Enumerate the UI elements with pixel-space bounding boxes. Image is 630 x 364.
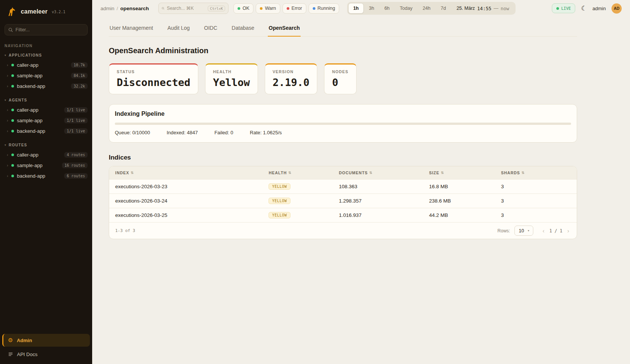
page-indicator: 1 / 1 [549,228,562,233]
pipeline-stats: Queue: 0/10000 Indexed: 4847 Failed: 0 R… [115,130,571,135]
stat-value: 2.19.0 [273,77,310,88]
sidebar-item-agent-caller[interactable]: › caller-app 1/1 live [0,104,92,115]
dark-mode-toggle[interactable]: ☾ [581,5,587,12]
breadcrumb-page[interactable]: opensearch [120,6,149,11]
caret-down-icon: ▾ [5,98,6,102]
pipeline-failed: Failed: 0 [215,130,233,135]
filter-error[interactable]: Error [283,3,306,14]
rows-per-page-label: Rows: [497,228,510,233]
global-search[interactable]: Ctrl+K [158,3,229,14]
chevron-right-icon: › [7,63,8,67]
section-label: APPLICATIONS [9,53,42,57]
chevron-right-icon: › [7,153,8,157]
tab-oidc[interactable]: OIDC [203,20,218,37]
section-header-routes[interactable]: ▾ ROUTES [0,141,92,149]
time-range-6h[interactable]: 6h [380,3,395,14]
breadcrumb-section[interactable]: admin [100,6,114,11]
section-header-applications[interactable]: ▾ APPLICATIONS [0,52,92,60]
filter-running[interactable]: Running [309,3,340,14]
filter-ok[interactable]: OK [233,3,253,14]
filter-warn[interactable]: Warn [256,3,280,14]
sidebar-item-route-sample[interactable]: › sample-app 16 routes [0,160,92,170]
time-range-today[interactable]: Today [395,3,417,14]
rows-per-page-value: 10 [519,228,524,233]
pipeline-title: Indexing Pipeline [115,111,571,117]
health-badge: YELLOW [269,183,290,190]
sidebar-item-admin[interactable]: ⚙ Admin [2,334,90,347]
time-range-24h[interactable]: 24h [418,3,435,14]
pipeline-indexed: Indexed: 4847 [167,130,198,135]
global-search-input[interactable] [167,6,205,11]
stat-label: VERSION [273,69,310,74]
avatar[interactable]: AD [611,3,622,14]
table-row[interactable]: executions-2026-03-24 YELLOW 1.298.357 2… [109,194,577,208]
stat-card-version: VERSION 2.19.0 [265,63,318,94]
sidebar-filter-input[interactable] [15,27,84,32]
user-name: admin [593,6,606,11]
table-row[interactable]: executions-2026-03-23 YELLOW 108.363 16.… [109,179,577,194]
chevron-right-icon: › [7,129,8,133]
sidebar-filter[interactable] [5,24,88,35]
time-range-7d[interactable]: 7d [436,3,451,14]
error-dot-icon [287,7,289,10]
cell-index: executions-2026-03-23 [115,184,269,189]
item-label: sample-app [17,73,68,78]
health-badge: YELLOW [269,212,290,218]
sidebar-item-app-sample[interactable]: › sample-app 84.1k [0,70,92,81]
chevron-right-icon: › [7,74,8,78]
column-header-shards[interactable]: SHARDS⇅ [501,170,571,175]
cell-documents: 1.298.357 [339,198,429,204]
sidebar-item-app-caller[interactable]: › caller-app 10.7k [0,60,92,70]
column-header-size[interactable]: SIZE⇅ [429,170,501,175]
running-dot-icon [313,7,315,10]
range-separator: — [494,6,499,11]
time-range-3h[interactable]: 3h [364,3,379,14]
sidebar-item-app-backend[interactable]: › backend-app 32.2k [0,81,92,91]
nav-heading: NAVIGATION [0,42,92,52]
status-dot [11,119,14,122]
sidebar-item-api-docs[interactable]: API Docs [2,348,90,360]
live-indicator[interactable]: LIVE [552,3,575,13]
section-header-agents[interactable]: ▾ AGENTS [0,97,92,104]
api-docs-label: API Docs [17,352,37,357]
breadcrumb-separator: / [117,6,118,11]
sidebar-item-route-caller[interactable]: › caller-app 4 routes [0,149,92,160]
tab-audit-log[interactable]: Audit Log [167,20,190,37]
table-footer-controls: Rows: 10 ▾ ‹ 1 / 1 › [497,226,571,236]
admin-label: Admin [17,338,32,343]
tab-user-management[interactable]: User Management [109,20,154,37]
sort-icon: ⇅ [131,171,134,175]
app-logo[interactable]: cameleer v3.2.1 [0,5,92,23]
next-page-button[interactable]: › [566,227,571,234]
filter-label: Warn [265,6,276,11]
column-header-health[interactable]: HEALTH⇅ [269,170,339,175]
sidebar-item-agent-sample[interactable]: › sample-app 1/1 live [0,115,92,126]
status-dot [11,74,14,77]
column-label: SHARDS [501,170,520,175]
cell-index: executions-2026-03-25 [115,212,269,218]
column-header-documents[interactable]: DOCUMENTS⇅ [339,170,429,175]
tab-opensearch[interactable]: OpenSearch [268,20,300,37]
topbar: admin / opensearch Ctrl+K OK Warn Error … [92,0,630,17]
main-column: admin / opensearch Ctrl+K OK Warn Error … [92,0,630,364]
cell-size: 16.8 MB [429,184,501,189]
chevron-right-icon: › [7,174,8,178]
tab-database[interactable]: Database [231,20,255,37]
column-header-index[interactable]: INDEX⇅ [115,170,269,175]
sidebar-item-agent-backend[interactable]: › backend-app 1/1 live [0,126,92,136]
time-range-1h[interactable]: 1h [348,3,364,14]
table-row[interactable]: executions-2026-03-25 YELLOW 1.016.937 4… [109,208,577,222]
pagination: ‹ 1 / 1 › [541,227,571,234]
cell-size: 44.2 MB [429,212,501,218]
stat-card-status: STATUS Disconnected [109,63,198,94]
sidebar: cameleer v3.2.1 NAVIGATION ▾ APPLICATION… [0,0,92,364]
item-badge: 84.1k [71,73,88,78]
section-agents: ▾ AGENTS › caller-app 1/1 live › sample-… [0,97,92,136]
item-label: backend-app [17,173,61,179]
caret-down-icon: ▾ [5,143,6,147]
prev-page-button[interactable]: ‹ [541,227,546,234]
chevron-right-icon: › [567,227,569,234]
sidebar-item-route-backend[interactable]: › backend-app 6 routes [0,170,92,181]
date-range-display: 25. März 14:55 — now [451,6,514,11]
rows-per-page-select[interactable]: 10 ▾ [514,226,533,236]
